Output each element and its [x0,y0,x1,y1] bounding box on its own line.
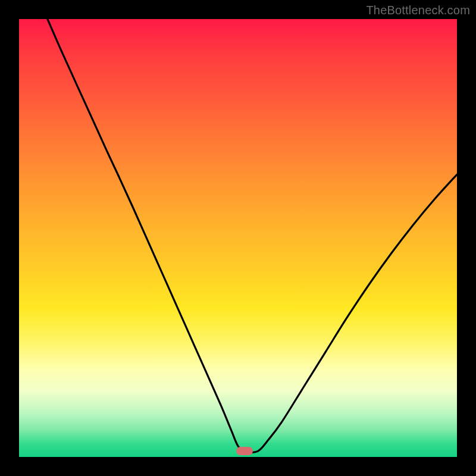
watermark-text: TheBottleneck.com [366,4,470,17]
chart-frame: TheBottleneck.com [0,0,476,476]
chart-plot-area [19,19,457,457]
bottleneck-curve [19,19,457,457]
optimal-point-marker [236,447,253,455]
